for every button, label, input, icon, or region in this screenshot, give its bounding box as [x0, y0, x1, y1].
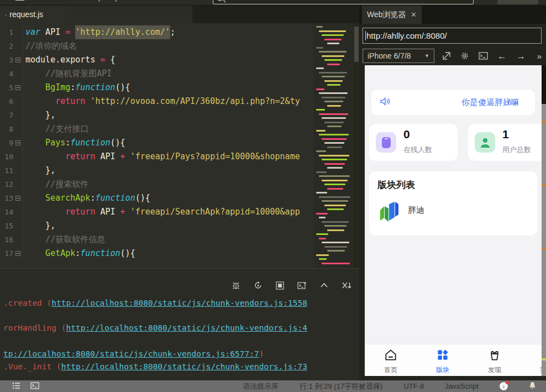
browser-tab-strip: Web浏览器 ✕ [359, 6, 546, 24]
code-token: + [120, 205, 125, 219]
outline-list-icon[interactable] [12, 382, 20, 391]
code-line[interactable]: 14 return API + 'freeapi/SearchApk?appid… [0, 205, 359, 219]
address-bar-input[interactable]: http://ahlly.com/:8080/ [363, 28, 542, 44]
debug-icon[interactable] [232, 281, 240, 290]
code-editor[interactable]: 1var API = 'http://ahlly.com/';2//填你的域名3… [0, 23, 359, 268]
scrollbar-mark [542, 121, 546, 123]
bell-icon[interactable] [529, 381, 536, 391]
mobile-tab-discover[interactable]: 发现 [477, 348, 512, 375]
scrollbar-thumb[interactable] [542, 104, 546, 376]
minimap-line [319, 72, 347, 74]
mobile-tab-profile[interactable]: 我的 [529, 348, 542, 375]
mobile-preview: 你是傻逼胖娣嘛 0在线人数1用户总数 版块列表 胖迪 首页版块发现我的 [365, 65, 542, 376]
error-text: rorHandling ( [3, 323, 66, 332]
fold-collapse-icon[interactable] [15, 251, 20, 256]
tab-web-browser[interactable]: Web浏览器 ✕ [362, 6, 422, 24]
stack-trace-link[interactable]: http://localhost:8080/static/js/chunk-ve… [51, 299, 307, 307]
minimap-line [324, 205, 346, 206]
fold-gutter [13, 25, 23, 39]
forward-arrow-icon[interactable]: → [516, 51, 526, 61]
line-number: 15 [0, 219, 13, 233]
console-toolbar [232, 281, 351, 290]
code-line[interactable]: 5 BgImg:function(){ [0, 81, 359, 95]
tab-bar-strip [65, 6, 192, 23]
fold-collapse-icon[interactable] [15, 85, 20, 90]
scrollbar-mark [542, 184, 546, 186]
stack-trace-link[interactable]: http://localhost:8080/static/js/chunk-ve… [61, 362, 307, 371]
clear-scroll-icon[interactable] [342, 281, 351, 289]
toolbar-item[interactable]: Bur [66, 0, 77, 2]
code-line[interactable]: 3module.exports = { [0, 53, 359, 67]
scrollbar-thumb[interactable] [354, 27, 359, 62]
notice-bar[interactable]: 你是傻逼胖娣嘛 [371, 90, 535, 115]
stack-trace-link[interactable]: tp://localhost:8080/static/js/chunk-vend… [3, 349, 259, 358]
fold-gutter [13, 177, 23, 191]
scrollbar-mark [542, 248, 546, 250]
fold-gutter [13, 122, 23, 136]
update-download-icon[interactable]: ↓ [500, 382, 508, 390]
fold-collapse-icon[interactable] [15, 196, 20, 201]
language-mode[interactable]: JavaScript [445, 382, 479, 390]
code-line[interactable]: 16 //获取软件信息 [0, 233, 359, 247]
syntax-status[interactable]: 语法提示库 [243, 381, 279, 391]
editor-scrollbar[interactable] [354, 23, 359, 268]
code-token: function [95, 191, 135, 205]
collapse-icon[interactable] [320, 283, 328, 288]
toolbar-item[interactable]: request.js [90, 0, 120, 2]
code-line[interactable]: 13 SearchApk:function(){ [0, 191, 359, 205]
restart-icon[interactable] [254, 281, 262, 290]
terminal-icon[interactable] [479, 52, 488, 60]
code-token: function [75, 81, 115, 95]
code-line[interactable]: 7 }, [0, 108, 359, 122]
terminal-icon[interactable] [30, 382, 39, 391]
hamburger-menu-icon[interactable] [15, 0, 24, 1]
encoding-status[interactable]: UTF-8 [403, 382, 424, 390]
settings-gear-icon[interactable] [460, 51, 469, 60]
line-number: 6 [0, 95, 13, 108]
minimap-line [322, 76, 345, 77]
toolbar-button[interactable] [497, 0, 538, 4]
status-bar: 语法提示库 行:1 列:29 (17字符被选择) UTF-8 JavaScrip… [0, 380, 546, 392]
open-external-icon[interactable] [442, 51, 451, 60]
minimap-line [322, 242, 349, 243]
stack-trace-link[interactable]: http://localhost:8080/static/js/chunk-ve… [66, 323, 308, 332]
close-icon[interactable]: ✕ [411, 11, 417, 19]
code-line[interactable]: 9 Pays:function(){ [0, 136, 359, 150]
board-item-label[interactable]: 胖迪 [408, 205, 424, 216]
minimap[interactable] [314, 23, 354, 268]
code-line[interactable]: 2//填你的域名 [0, 39, 359, 53]
code-line[interactable]: 12 //搜索软件 [0, 177, 359, 191]
back-arrow-icon[interactable]: ← [497, 51, 507, 61]
code-line[interactable]: 17 GetApk:function(){ [0, 247, 359, 260]
app-logo[interactable] [376, 197, 402, 223]
line-number: 2 [0, 39, 13, 53]
code-line[interactable]: 8 //支付接口 [0, 122, 359, 136]
stat-card: 0在线人数 [369, 124, 458, 161]
fold-collapse-icon[interactable] [15, 140, 20, 145]
code-line[interactable]: 15 }, [0, 219, 359, 233]
code-line[interactable]: 4 //随机背景图API [0, 67, 359, 81]
new-terminal-icon[interactable] [297, 281, 307, 290]
fold-collapse-icon[interactable] [15, 58, 20, 62]
mobile-tab-home[interactable]: 首页 [373, 348, 408, 375]
minimap-line [327, 250, 345, 252]
mobile-tab-grid[interactable]: 版块 [425, 348, 460, 375]
tab-request-js[interactable]: · request.js [0, 6, 65, 23]
code-line[interactable]: 10 return API + 'freeapi/Pays?appid=1000… [0, 150, 359, 164]
stat-label: 在线人数 [403, 145, 432, 155]
code-line[interactable]: 1var API = 'http://ahlly.com/'; [0, 25, 359, 39]
phone-icon [376, 132, 396, 153]
toolbar-search-input[interactable] [213, 0, 474, 4]
more-chevron-icon[interactable]: » [537, 51, 542, 61]
stat-label: 用户总数 [502, 145, 531, 155]
cursor-position[interactable]: 行:1 列:29 (17字符被选择) [300, 381, 382, 391]
preview-scrollbar[interactable] [542, 65, 546, 376]
code-line[interactable]: 6 return 'http://ovooa.com/API/360bz/api… [0, 95, 359, 108]
minimap-line [327, 105, 341, 107]
code-line[interactable]: 11 }, [0, 164, 359, 177]
device-select[interactable]: iPhone 6/7/8 ▼ [363, 49, 434, 63]
minimap-line [324, 39, 342, 40]
code-token: //填你的域名 [25, 39, 77, 53]
minimap-line [322, 159, 347, 160]
stop-icon[interactable] [276, 281, 284, 290]
